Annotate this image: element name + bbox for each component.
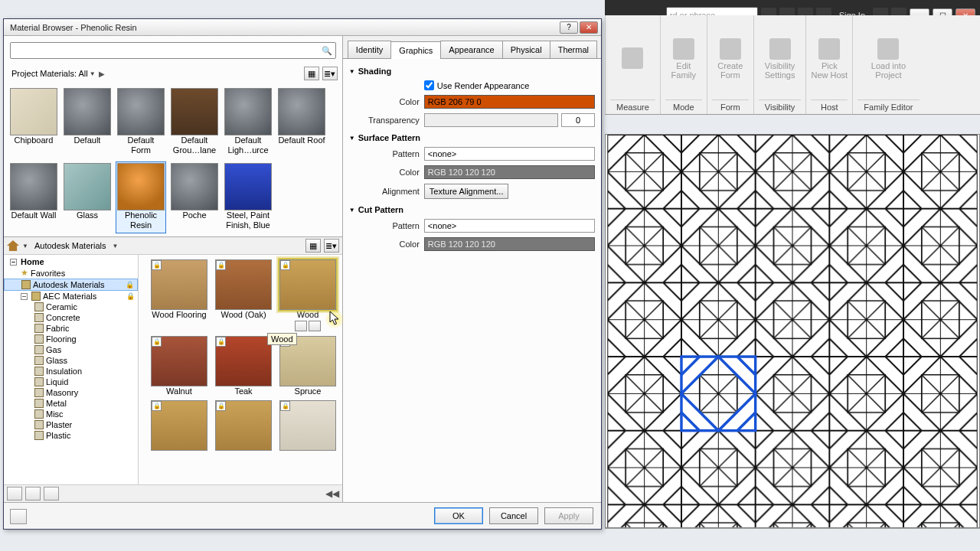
material-item[interactable]: Chipboard xyxy=(8,86,59,158)
tree-cat-liquid[interactable]: Liquid xyxy=(4,377,138,387)
library-material-item[interactable]: 🔒 xyxy=(214,400,273,451)
lock-icon: 🔒 xyxy=(152,337,162,347)
lib-view-thumb-button[interactable]: ▦ xyxy=(305,239,321,253)
tab-graphics[interactable]: Graphics xyxy=(390,41,441,59)
ribbon-button[interactable]: EditFamily xyxy=(665,18,702,99)
material-item[interactable]: Phenolic Resin xyxy=(116,161,166,233)
dialog-help-button[interactable]: ? xyxy=(560,21,578,34)
search-box[interactable]: 🔍 xyxy=(10,42,336,59)
ribbon-group: Measure xyxy=(605,15,660,114)
shading-color-swatch[interactable]: RGB 206 79 0 xyxy=(424,95,595,109)
ribbon-button[interactable]: PickNew Host xyxy=(811,18,848,99)
tree-aec-materials[interactable]: – AEC Materials🔒 xyxy=(4,291,138,302)
3d-viewport[interactable] xyxy=(605,134,980,528)
tab-appearance[interactable]: Appearance xyxy=(440,41,502,58)
tree-cat-concrete[interactable]: Concrete xyxy=(4,312,138,323)
tab-physical[interactable]: Physical xyxy=(502,41,550,58)
tree-cat-plastic[interactable]: Plastic xyxy=(4,430,138,441)
surface-pattern-value[interactable]: <none> xyxy=(424,147,595,161)
add-material-button[interactable] xyxy=(295,321,307,331)
material-item[interactable]: Default Roof xyxy=(276,86,327,158)
tree-cat-metal[interactable]: Metal xyxy=(4,398,138,409)
ribbon-button[interactable] xyxy=(614,18,651,99)
chevron-down-icon[interactable]: ▼ xyxy=(112,243,118,249)
status-bar xyxy=(605,528,980,551)
lib-tool-2[interactable] xyxy=(25,487,41,500)
material-label: Default Wall xyxy=(11,210,57,232)
tree-favorites[interactable]: ★ Favorites xyxy=(4,267,138,279)
edit-material-button[interactable] xyxy=(309,321,321,331)
tree-cat-misc[interactable]: Misc xyxy=(4,409,138,419)
library-material-item[interactable]: 🔒Wood (Oak) xyxy=(214,259,273,331)
lib-tool-1[interactable] xyxy=(7,487,22,500)
tree-cat-fabric[interactable]: Fabric xyxy=(4,323,138,334)
lib-tool-3[interactable] xyxy=(44,487,59,500)
chevron-down-icon: ▼ xyxy=(90,70,96,77)
library-tree[interactable]: –Home★ Favorites Autodesk Materials🔒– AE… xyxy=(4,255,139,484)
tree-autodesk-materials[interactable]: Autodesk Materials🔒 xyxy=(4,279,138,291)
view-mode-list-button[interactable]: ≣▾ xyxy=(322,67,338,80)
library-thumb: 🔒 xyxy=(151,259,207,310)
ok-button[interactable]: OK xyxy=(434,507,483,524)
tree-home[interactable]: –Home xyxy=(4,256,138,267)
material-item[interactable]: Poche xyxy=(169,161,220,233)
tree-cat-flooring[interactable]: Flooring xyxy=(4,334,138,344)
ribbon-group-label: Measure xyxy=(610,99,655,114)
material-item[interactable]: Default Ligh…urce xyxy=(223,86,273,158)
library-thumb: 🔒 xyxy=(279,400,336,451)
library-material-item[interactable]: 🔒Walnut xyxy=(149,336,209,396)
library-material-item[interactable]: 🔒Spruce xyxy=(278,336,338,396)
tree-cat-ceramic[interactable]: Ceramic xyxy=(4,302,138,312)
tree-cat-plaster[interactable]: Plaster xyxy=(4,419,138,430)
tree-cat-masonry[interactable]: Masonry xyxy=(4,387,138,398)
shading-section-header[interactable]: ▼Shading xyxy=(349,64,595,77)
cancel-button[interactable]: Cancel xyxy=(489,507,538,524)
material-item[interactable]: Default Form xyxy=(116,86,166,158)
material-item[interactable]: Default Wall xyxy=(8,161,59,233)
library-material-item[interactable]: 🔒 xyxy=(149,400,209,451)
search-input[interactable] xyxy=(11,46,318,55)
search-icon[interactable]: 🔍 xyxy=(318,46,335,56)
texture-alignment-button[interactable]: Texture Alignment... xyxy=(424,184,509,199)
material-item[interactable]: Default xyxy=(62,86,113,158)
project-materials-filter[interactable]: Project Materials: All ▼ ▶ xyxy=(8,67,108,80)
library-material-item[interactable]: 🔒Wood Flooring xyxy=(149,259,209,331)
home-icon[interactable] xyxy=(7,240,19,251)
library-material-item[interactable]: 🔒Teak xyxy=(214,336,273,396)
library-name[interactable]: Autodesk Materials xyxy=(31,241,109,250)
use-render-appearance-checkbox[interactable]: Use Render Appearance xyxy=(424,80,529,90)
cut-pattern-value[interactable]: <none> xyxy=(424,219,595,233)
material-item[interactable]: Glass xyxy=(62,161,113,233)
library-material-item[interactable]: 🔒Wood xyxy=(278,259,338,331)
library-material-label: Wood Flooring xyxy=(152,310,206,320)
dialog-close-button[interactable]: ✕ xyxy=(580,21,598,34)
transparency-slider[interactable] xyxy=(424,113,558,127)
ribbon-button[interactable]: CreateForm xyxy=(712,18,749,99)
material-item[interactable]: Default Grou…lane xyxy=(169,86,220,158)
tab-identity[interactable]: Identity xyxy=(348,41,391,58)
cut-color-swatch[interactable]: RGB 120 120 120 xyxy=(424,237,595,251)
tree-cat-insulation[interactable]: Insulation xyxy=(4,366,138,377)
tree-cat-glass[interactable]: Glass xyxy=(4,355,138,366)
cut-pattern-section-header[interactable]: ▼Cut Pattern xyxy=(349,202,595,216)
material-thumb xyxy=(224,163,272,210)
collapse-panel-button[interactable]: ◀◀ xyxy=(325,488,339,499)
transparency-value[interactable]: 0 xyxy=(561,113,595,127)
dialog-titlebar: Material Browser - Phenolic Resin ? ✕ xyxy=(4,19,601,36)
tab-thermal[interactable]: Thermal xyxy=(550,41,597,58)
ribbon-button[interactable]: VisibilitySettings xyxy=(762,18,799,99)
ribbon-button[interactable]: Load intoProject xyxy=(870,18,906,99)
material-item[interactable]: Steel, Paint Finish, Blue xyxy=(223,161,273,233)
surface-pattern-section-header[interactable]: ▼Surface Pattern xyxy=(349,130,595,144)
library-material-label: Spruce xyxy=(295,386,322,396)
chevron-down-icon[interactable]: ▼ xyxy=(22,243,28,249)
tree-cat-gas[interactable]: Gas xyxy=(4,344,138,355)
lock-icon: 🔒 xyxy=(152,401,162,411)
view-mode-thumb-button[interactable]: ▦ xyxy=(304,67,319,80)
library-material-item[interactable]: 🔒 xyxy=(278,400,338,451)
asset-tool-button[interactable] xyxy=(10,509,27,524)
ribbon-group-label: Mode xyxy=(665,99,702,114)
surface-color-swatch[interactable]: RGB 120 120 120 xyxy=(424,165,595,179)
apply-button[interactable]: Apply xyxy=(544,507,593,524)
lib-view-list-button[interactable]: ≣▾ xyxy=(324,239,339,253)
